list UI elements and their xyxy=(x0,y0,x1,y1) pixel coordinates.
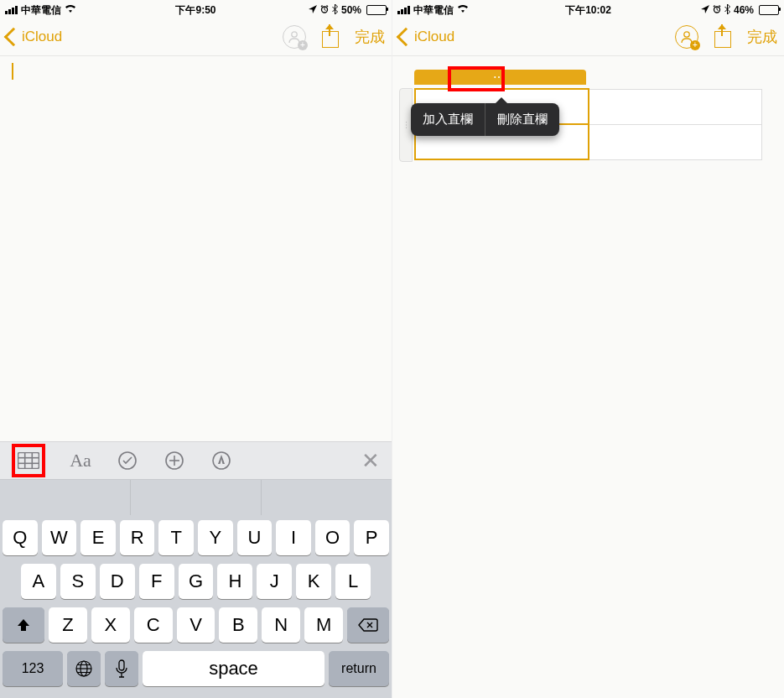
battery-icon xyxy=(366,5,387,15)
carrier-label: 中華電信 xyxy=(413,3,454,18)
backspace-key[interactable] xyxy=(347,607,389,643)
plus-badge-icon: + xyxy=(298,40,308,50)
key-c[interactable]: C xyxy=(134,607,173,643)
key-o[interactable]: O xyxy=(315,520,350,555)
key-f[interactable]: F xyxy=(139,564,174,599)
key-m[interactable]: M xyxy=(304,607,343,643)
nav-bar: iCloud + 完成 xyxy=(0,18,392,56)
location-icon xyxy=(701,4,709,16)
highlight-annotation xyxy=(448,66,505,91)
key-a[interactable]: A xyxy=(21,564,56,599)
table-cell[interactable] xyxy=(589,124,762,159)
key-l[interactable]: L xyxy=(335,564,371,599)
dictation-key[interactable] xyxy=(105,651,138,686)
table-cell[interactable] xyxy=(589,89,762,124)
chevron-left-icon xyxy=(4,28,23,47)
wifi-icon xyxy=(65,4,76,16)
status-bar: 中華電信 下午9:50 50% xyxy=(0,0,392,18)
key-q[interactable]: Q xyxy=(3,520,38,555)
autocorrect-bar[interactable] xyxy=(0,479,392,515)
return-key[interactable]: return xyxy=(329,651,389,686)
note-editor[interactable] xyxy=(0,56,392,86)
key-z[interactable]: Z xyxy=(49,607,87,643)
key-i[interactable]: I xyxy=(276,520,311,555)
numeric-key[interactable]: 123 xyxy=(3,651,63,686)
back-button[interactable]: iCloud xyxy=(7,29,62,45)
key-p[interactable]: P xyxy=(354,520,389,555)
key-d[interactable]: D xyxy=(100,564,135,599)
svg-point-1 xyxy=(292,32,297,37)
text-cursor xyxy=(12,63,13,80)
signal-icon xyxy=(5,6,18,14)
dismiss-keyboard-button[interactable]: ✕ xyxy=(361,448,380,474)
nav-bar: iCloud + 完成 xyxy=(392,18,784,56)
key-k[interactable]: K xyxy=(296,564,331,599)
add-attachment-icon[interactable] xyxy=(163,449,186,472)
column-context-menu: 加入直欄 刪除直欄 xyxy=(411,103,559,136)
back-button[interactable]: iCloud xyxy=(399,29,454,45)
plus-badge-icon: + xyxy=(690,40,700,50)
key-u[interactable]: U xyxy=(237,520,273,555)
battery-icon xyxy=(759,5,779,15)
status-bar: 中華電信 下午10:02 46% xyxy=(392,0,784,18)
carrier-label: 中華電信 xyxy=(21,3,61,18)
highlight-annotation xyxy=(12,444,45,477)
share-button[interactable] xyxy=(714,26,732,48)
clock: 下午10:02 xyxy=(565,3,611,18)
add-people-button[interactable]: + xyxy=(675,25,698,49)
globe-key[interactable] xyxy=(67,651,101,686)
done-button[interactable]: 完成 xyxy=(355,27,385,47)
svg-rect-2 xyxy=(18,453,39,469)
format-toolbar: Aa ✕ xyxy=(0,441,392,479)
key-s[interactable]: S xyxy=(60,564,96,599)
wifi-icon xyxy=(457,4,469,16)
add-people-button[interactable]: + xyxy=(283,25,306,49)
done-button[interactable]: 完成 xyxy=(747,27,777,47)
screenshot-left: 中華電信 下午9:50 50% iCloud xyxy=(0,0,392,698)
delete-column-button[interactable]: 刪除直欄 xyxy=(485,103,559,136)
key-n[interactable]: N xyxy=(262,607,300,643)
key-t[interactable]: T xyxy=(158,520,194,555)
note-table[interactable]: ⋯ ⋯ 加入直欄 刪除直欄 xyxy=(414,88,762,160)
signal-icon xyxy=(397,6,410,14)
svg-rect-15 xyxy=(119,660,124,670)
keyboard: Q W E R T Y U I O P A S D F G H xyxy=(0,515,392,698)
bluetooth-icon xyxy=(332,4,338,17)
key-y[interactable]: Y xyxy=(198,520,233,555)
checklist-icon[interactable] xyxy=(116,449,139,472)
key-v[interactable]: V xyxy=(177,607,215,643)
key-r[interactable]: R xyxy=(120,520,155,555)
location-icon xyxy=(309,4,317,16)
share-button[interactable] xyxy=(321,26,340,48)
key-h[interactable]: H xyxy=(217,564,252,599)
back-label: iCloud xyxy=(414,29,454,45)
table-icon[interactable] xyxy=(17,449,40,472)
keyboard-area: Aa ✕ Q W E xyxy=(0,441,392,698)
key-x[interactable]: X xyxy=(91,607,130,643)
key-j[interactable]: J xyxy=(257,564,292,599)
bluetooth-icon xyxy=(724,4,730,17)
screenshot-right: 中華電信 下午10:02 46% iCloud xyxy=(392,0,784,698)
battery-pct: 46% xyxy=(734,4,754,16)
key-b[interactable]: B xyxy=(219,607,257,643)
key-e[interactable]: E xyxy=(80,520,116,555)
space-key[interactable]: space xyxy=(143,651,325,686)
battery-pct: 50% xyxy=(341,4,361,16)
back-label: iCloud xyxy=(22,29,62,45)
alarm-icon xyxy=(713,4,721,16)
key-g[interactable]: G xyxy=(179,564,214,599)
clock: 下午9:50 xyxy=(175,3,215,18)
alarm-icon xyxy=(320,4,329,16)
shift-key[interactable] xyxy=(3,607,44,643)
key-w[interactable]: W xyxy=(42,520,77,555)
markup-icon[interactable] xyxy=(210,449,233,472)
text-format-icon[interactable]: Aa xyxy=(69,449,92,472)
note-editor[interactable]: ⋯ ⋯ 加入直欄 刪除直欄 xyxy=(392,56,784,167)
svg-point-17 xyxy=(684,32,689,37)
add-column-button[interactable]: 加入直欄 xyxy=(411,103,485,136)
chevron-left-icon xyxy=(397,28,416,47)
